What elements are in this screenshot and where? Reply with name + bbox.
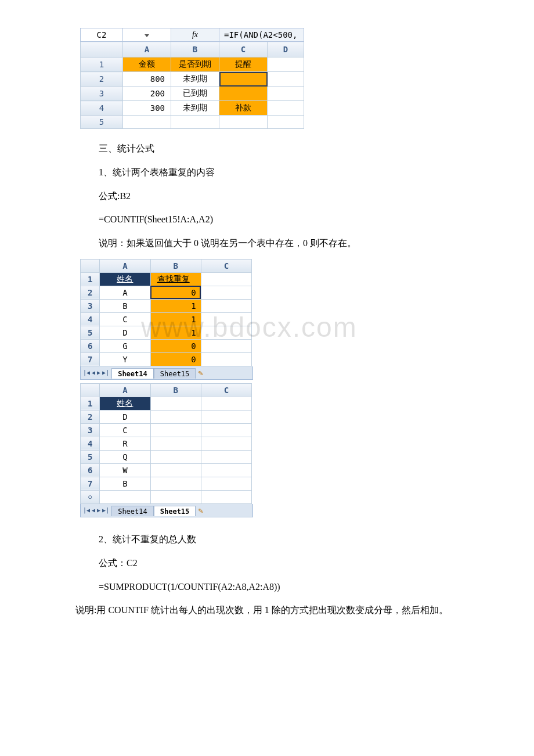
cell[interactable]: B xyxy=(100,299,150,312)
cell[interactable] xyxy=(201,490,251,503)
cell[interactable] xyxy=(201,463,251,477)
nav-prev-icon[interactable]: ◀ xyxy=(92,504,95,517)
col-header[interactable]: B xyxy=(150,383,201,397)
cell[interactable] xyxy=(201,450,251,463)
tab-sheet14[interactable]: Sheet14 xyxy=(111,506,154,516)
cell[interactable]: C xyxy=(100,312,150,326)
row-header[interactable]: 3 xyxy=(81,87,123,101)
cell[interactable]: D xyxy=(100,410,150,423)
row-header[interactable]: 2 xyxy=(81,286,100,299)
cell[interactable]: 800 xyxy=(123,72,171,87)
cell[interactable] xyxy=(201,312,251,326)
cell[interactable] xyxy=(268,101,304,116)
row-header[interactable]: 7 xyxy=(81,477,100,490)
nav-last-icon[interactable]: ▶| xyxy=(102,366,109,379)
cell[interactable] xyxy=(150,397,201,410)
cell[interactable] xyxy=(201,477,251,490)
cell[interactable]: A xyxy=(100,286,150,299)
cell[interactable] xyxy=(201,272,251,286)
col-header[interactable]: D xyxy=(268,42,304,57)
cell[interactable]: 200 xyxy=(123,87,171,101)
row-header[interactable]: 1 xyxy=(81,272,100,286)
corner-cell[interactable] xyxy=(81,259,100,272)
cell[interactable]: C xyxy=(100,423,150,437)
cell[interactable]: 已到期 xyxy=(171,87,219,101)
row-header[interactable]: 7 xyxy=(81,352,100,366)
cell[interactable] xyxy=(150,477,201,490)
cell[interactable] xyxy=(268,116,304,129)
cell[interactable]: Q xyxy=(100,450,150,463)
col-header[interactable]: A xyxy=(100,383,150,397)
cell[interactable]: 姓名 xyxy=(100,272,150,286)
cell[interactable] xyxy=(171,116,219,129)
nav-first-icon[interactable]: |◀ xyxy=(83,366,90,379)
cell[interactable] xyxy=(201,339,251,352)
row-header[interactable]: 4 xyxy=(81,437,100,450)
cell[interactable] xyxy=(150,437,201,450)
row-header[interactable]: 1 xyxy=(81,57,123,72)
row-header[interactable]: 5 xyxy=(81,116,123,129)
col-header[interactable]: B xyxy=(171,42,219,57)
cell[interactable] xyxy=(100,490,150,503)
row-header[interactable]: 2 xyxy=(81,410,100,423)
col-header[interactable]: A xyxy=(100,259,150,272)
cell[interactable] xyxy=(219,87,268,101)
cell[interactable] xyxy=(201,397,251,410)
cell[interactable]: 1 xyxy=(150,312,201,326)
cell[interactable]: 是否到期 xyxy=(171,57,219,72)
formula-bar[interactable]: =IF(AND(A2<500, xyxy=(219,28,304,42)
cell[interactable] xyxy=(219,116,268,129)
cell[interactable] xyxy=(268,57,304,72)
cell[interactable]: B xyxy=(100,477,150,490)
cell[interactable] xyxy=(201,410,251,423)
cell[interactable]: 1 xyxy=(150,299,201,312)
insert-sheet-icon[interactable]: ✎ xyxy=(198,506,203,515)
row-header[interactable]: 5 xyxy=(81,450,100,463)
selected-cell[interactable]: 0 xyxy=(150,286,201,299)
nav-next-icon[interactable]: ▶ xyxy=(97,504,100,517)
cell[interactable]: G xyxy=(100,339,150,352)
row-header[interactable]: ○ xyxy=(81,490,100,503)
cell[interactable] xyxy=(201,437,251,450)
cell[interactable] xyxy=(150,463,201,477)
col-header[interactable]: C xyxy=(219,42,268,57)
cell[interactable] xyxy=(201,352,251,366)
cell[interactable]: 金额 xyxy=(123,57,171,72)
row-header[interactable]: 6 xyxy=(81,463,100,477)
cell[interactable] xyxy=(201,286,251,299)
row-header[interactable]: 3 xyxy=(81,423,100,437)
nav-prev-icon[interactable]: ◀ xyxy=(92,366,95,379)
cell[interactable]: 0 xyxy=(150,339,201,352)
row-header[interactable]: 1 xyxy=(81,397,100,410)
cell[interactable] xyxy=(123,116,171,129)
nav-first-icon[interactable]: |◀ xyxy=(83,504,90,517)
cell[interactable]: 提醒 xyxy=(219,57,268,72)
cell[interactable]: Y xyxy=(100,352,150,366)
cell[interactable] xyxy=(268,87,304,101)
row-header[interactable]: 6 xyxy=(81,339,100,352)
cell[interactable] xyxy=(201,326,251,339)
cell[interactable] xyxy=(150,410,201,423)
col-header[interactable]: A xyxy=(123,42,171,57)
col-header[interactable]: C xyxy=(201,383,251,397)
cell[interactable]: 查找重复 xyxy=(150,272,201,286)
row-header[interactable]: 2 xyxy=(81,72,123,87)
name-box[interactable]: C2 xyxy=(81,28,123,42)
cell[interactable] xyxy=(150,490,201,503)
row-header[interactable]: 5 xyxy=(81,326,100,339)
nav-next-icon[interactable]: ▶ xyxy=(97,366,100,379)
cell[interactable]: D xyxy=(100,326,150,339)
row-header[interactable]: 3 xyxy=(81,299,100,312)
name-box-dropdown[interactable] xyxy=(123,28,171,42)
cell[interactable] xyxy=(150,450,201,463)
tab-sheet15[interactable]: Sheet15 xyxy=(154,506,196,516)
fx-button[interactable]: fx xyxy=(171,28,219,42)
cell[interactable]: 1 xyxy=(150,326,201,339)
tab-sheet15[interactable]: Sheet15 xyxy=(154,368,196,379)
col-header[interactable]: B xyxy=(150,259,201,272)
cell[interactable]: 姓名 xyxy=(100,397,150,410)
cell[interactable]: 未到期 xyxy=(171,101,219,116)
row-header[interactable]: 4 xyxy=(81,101,123,116)
corner-cell[interactable] xyxy=(81,383,100,397)
cell[interactable]: 0 xyxy=(150,352,201,366)
